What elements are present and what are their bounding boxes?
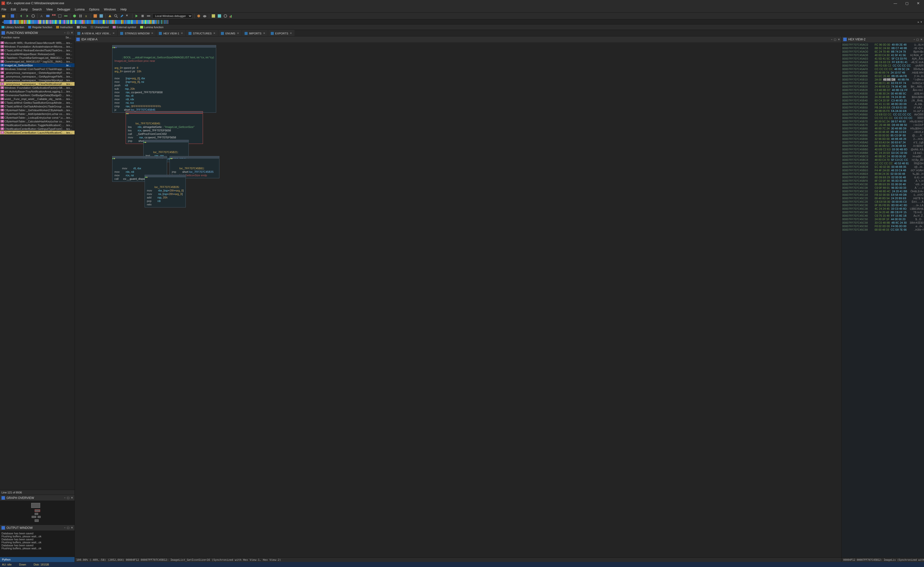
detach-icon[interactable]: ▫	[914, 38, 915, 41]
data-icon[interactable]	[99, 14, 104, 18]
hex-row[interactable]: 00007FF707C45B1848 8B F1 48 83 F8 FF 74 …	[842, 81, 924, 85]
xref-icon[interactable]: X	[84, 14, 89, 18]
search-icon[interactable]	[114, 14, 118, 18]
hex-row[interactable]: 00007FF707C45B102A 00 49 8B D8 48 8B FA …	[842, 78, 924, 81]
code-icon[interactable]	[93, 14, 98, 18]
function-row[interactable]: f_anonymous_namespace_::ClearNotificatio…	[0, 82, 75, 86]
graph-overview-canvas[interactable]	[0, 501, 75, 525]
output-lang-button[interactable]: Python	[0, 557, 75, 562]
hex-row[interactable]: 00007FF707C45C5833 C0 48 8B 4B 8C 24 30 …	[842, 221, 924, 224]
maximize-panel-icon[interactable]: ▢	[67, 496, 69, 500]
function-row[interactable]: fWindows::Internal::ComTaskPool::CTaskWr…	[0, 67, 75, 71]
hex-row[interactable]: 00007FF707C45C60F8 02 0D 00 F4 95 0D 00 …	[842, 224, 924, 228]
tab-close-icon[interactable]: ✕	[237, 32, 239, 35]
maximize-panel-icon[interactable]: ▢	[67, 526, 69, 530]
hex-row[interactable]: 00007FF707C45B7048 89 5C 24 08 57 48 83 …	[842, 120, 924, 123]
hex-row[interactable]: 00007FF707C45BC848 83 C4 70 5F C3 CC CC …	[842, 158, 924, 162]
hex-body[interactable]: 00007FF707C45AC0FC 96 0D 00 49 89 2E 48 …	[842, 42, 924, 558]
hex-row[interactable]: 00007FF707C45AD06C 24 70 48 8B 74 24 78 …	[842, 50, 924, 53]
menu-file[interactable]: File	[2, 8, 6, 11]
hex-row[interactable]: 00007FF707C45BD0CC CC CC CC 40 53 48 81 …	[842, 162, 924, 165]
segment-icon[interactable]	[64, 14, 68, 18]
forward-icon[interactable]	[25, 14, 29, 18]
debug-step-icon[interactable]	[146, 14, 151, 18]
function-row[interactable]: f_anonymous_namespace_::DeleteAppIdentit…	[0, 71, 75, 75]
tab[interactable]: ENUMS✕	[218, 30, 242, 36]
detach-icon[interactable]: ▫	[64, 31, 65, 34]
hex-row[interactable]: 00007FF707C45AE041 5D 41 5C 5F C3 33 F6 …	[842, 57, 924, 60]
hex-row[interactable]: 00007FF707C45B4083 C4 20 5F C3 48 8D 15 …	[842, 99, 924, 102]
hex-row[interactable]: 00007FF707C45B480C 41 11 00 48 8D 0D 09 …	[842, 102, 924, 106]
tab-close-icon[interactable]: ✕	[181, 32, 183, 35]
hex-row[interactable]: 00007FF707C45BE889 84 24 30 02 00 00 48 …	[842, 172, 924, 176]
graph-canvas[interactable]: ; BOOL __stdcall ImageList_GetIconSize(H…	[75, 42, 842, 558]
function-row[interactable]: fWindows::Foundation::ActivateInstance<M…	[0, 45, 75, 48]
debug-run-icon[interactable]	[134, 14, 139, 18]
hex-row[interactable]: 00007FF707C45C28CB E8 56 00 00 00 85 C0 …	[842, 200, 924, 204]
hex-row[interactable]: 00007FF707C45AC0FC 96 0D 00 49 89 2E 48 …	[842, 43, 924, 46]
function-row[interactable]: fCNotificationCenterButton::ToggleNotifi…	[0, 123, 75, 127]
hex-row[interactable]: 00007FF707C45C48C0 75 15 48 FF 15 8E 1B …	[842, 214, 924, 218]
hex-row[interactable]: 00007FF707C45B78EC 20 48 8B D9 49 8B 50 …	[842, 123, 924, 127]
tab[interactable]: EXPORTS✕	[268, 30, 294, 36]
function-row[interactable]: fCNotificationCenterButton::LaunchNotifi…	[0, 130, 75, 134]
hex-row[interactable]: 00007FF707C45B8048 89 7C 24 30 48 8B D9 …	[842, 127, 924, 130]
analyze-a-icon[interactable]	[211, 14, 216, 18]
hex-row[interactable]: 00007FF707C45AF8CC CC CC CC 48 89 5C 24 …	[842, 68, 924, 71]
function-row[interactable]: fCloneImageList(_IMAGELIST *,tagSIZE,_IM…	[0, 60, 75, 63]
function-row[interactable]: fWindows::Foundation::GetActivationFacto…	[0, 86, 75, 90]
tab-close-icon[interactable]: ✕	[112, 32, 115, 35]
text-icon[interactable]: A	[40, 14, 44, 18]
hex-row[interactable]: 00007FF707C45B9040 00 00 00 85 C0 0F 88 …	[842, 134, 924, 137]
function-row[interactable]: fCNotificationCenterButton::GetInputType…	[0, 127, 75, 130]
detach-icon[interactable]: ▫	[831, 38, 832, 41]
enum-icon[interactable]	[58, 14, 62, 18]
tab[interactable]: STRINGS WINDOW✕	[118, 30, 156, 36]
output-body[interactable]: Database has been savedFlushing buffers,…	[0, 531, 75, 557]
delete-icon[interactable]: ✕	[126, 14, 130, 18]
refresh-icon[interactable]	[31, 14, 35, 18]
menu-view[interactable]: View	[46, 8, 52, 11]
menu-edit[interactable]: Edit	[11, 8, 16, 11]
close-panel-icon[interactable]: ✕	[71, 526, 73, 530]
maximize-panel-icon[interactable]: ▢	[67, 31, 69, 34]
menu-options[interactable]: Options	[89, 8, 99, 11]
tab-close-icon[interactable]: ✕	[290, 32, 292, 35]
tab-close-icon[interactable]: ✕	[151, 32, 153, 35]
function-row[interactable]: fCByteHashTable::_CalculateHashKey(uchar…	[0, 119, 75, 123]
highlight-icon[interactable]	[108, 14, 112, 18]
save-icon[interactable]	[10, 14, 15, 18]
functions-list[interactable]: fMicrosoft::WRL::RuntimeClass<Microsoft:…	[0, 41, 75, 490]
pause-icon[interactable]	[78, 14, 83, 18]
hex-row[interactable]: 00007FF707C45BA800 48 8B 5C 24 30 48 83 …	[842, 144, 924, 148]
menu-debugger[interactable]: Debugger	[57, 8, 70, 11]
hex-row[interactable]: 00007FF707C45BF08D 09 E8 29 02 00 00 48 …	[842, 176, 924, 179]
back-icon[interactable]	[19, 14, 23, 18]
hex-row[interactable]: 00007FF707C45B8804 00 48 48 8B 4B 10 E8 …	[842, 130, 924, 134]
tab-close-icon[interactable]: ✕	[263, 32, 265, 35]
hex-row[interactable]: 00007FF707C45B2024 48 85 C0 74 38 4C 8B …	[842, 85, 924, 88]
hex-row[interactable]: 00007FF707C45C18FB 02 00 00 E8 58 49 DB …	[842, 193, 924, 196]
function-row[interactable]: fCTaskListWnd::GetTaskAtIndex(int,ITaskG…	[0, 105, 75, 108]
function-row[interactable]: fMicrosoft::WRL::RuntimeClass<Microsoft:…	[0, 41, 75, 45]
tab[interactable]: A VIEW-A, HEX VIEW...✕	[75, 30, 117, 36]
function-row[interactable]: fCAccessibleWrapperBase::Release(void).t…	[0, 52, 75, 56]
hex-row[interactable]: 00007FF707C45B9832 96 0D 00 48 8B 4B 28 …	[842, 137, 924, 141]
hex-row[interactable]: 00007FF707C45B50FB 2A 00 E8 C0 83 01 00 …	[842, 106, 924, 109]
close-panel-icon[interactable]: ✕	[920, 38, 922, 41]
maximize-button[interactable]: ▢	[901, 0, 912, 6]
detach-icon[interactable]: ▫	[64, 496, 65, 500]
menu-windows[interactable]: Windows	[104, 8, 116, 11]
tab-close-icon[interactable]: ✕	[213, 32, 215, 35]
hex-row[interactable]: 00007FF707C45C5024 00 0F 1F 44 00 00 20 …	[842, 218, 924, 221]
tab[interactable]: STRUCTURES✕	[186, 30, 218, 36]
open-icon[interactable]	[2, 14, 6, 18]
debug-stop-icon[interactable]	[140, 14, 145, 18]
edit-icon[interactable]	[120, 14, 124, 18]
hex-row[interactable]: 00007FF707C45C08C0 0F 88 01 96 0D 00 33 …	[842, 186, 924, 189]
function-row[interactable]: fImageList_GetIconSize.te...	[0, 63, 75, 67]
hex-row[interactable]: 00007FF707C45AF08B FD EB C2 CC CC CC CC …	[842, 64, 924, 68]
hex-row[interactable]: 00007FF707C45BB040 EB C2 E3 03 00 4B 8D …	[842, 148, 924, 151]
menu-help[interactable]: Help	[120, 8, 127, 11]
close-panel-icon[interactable]: ✕	[838, 38, 840, 41]
